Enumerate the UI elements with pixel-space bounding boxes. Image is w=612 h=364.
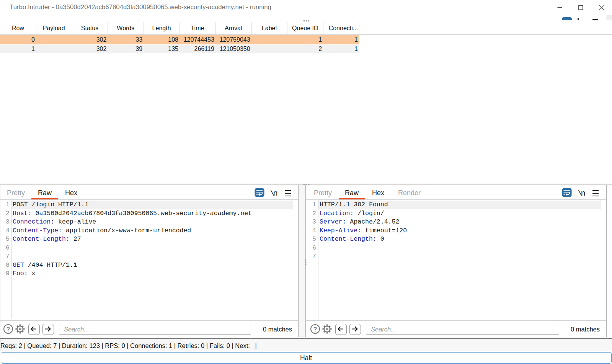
svg-text:?: ? (7, 326, 10, 333)
svg-text:?: ? (313, 326, 317, 333)
